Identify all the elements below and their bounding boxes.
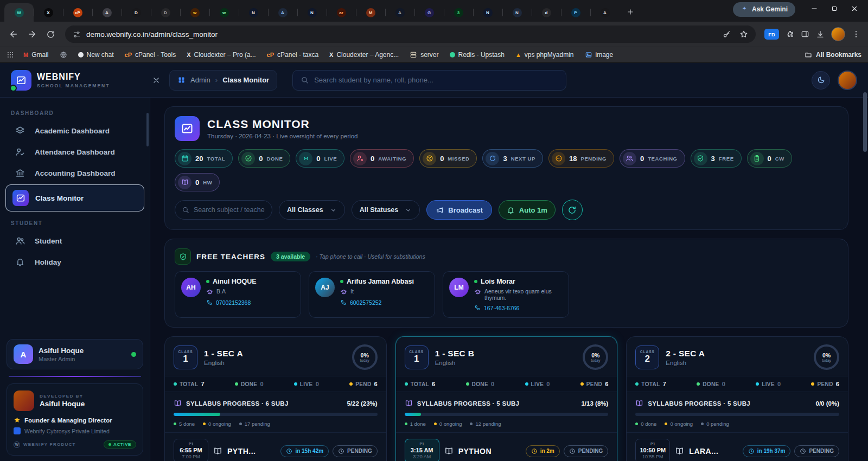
class-card[interactable]: CLASS22 - SEC AEnglish0%todayTOTAL7DONE0… [626,336,848,461]
bookmark-item[interactable] [55,49,72,60]
stat-pill-cw[interactable]: 0CW [747,149,792,168]
browser-tab[interactable]: cP [63,3,92,22]
bookmark-item[interactable]: MGmail [18,49,54,60]
syllabus-progress-bar [635,413,839,416]
period-row[interactable]: P110:50 PM10:55 PMLARA...in 19h 37mPENDI… [627,432,848,461]
stat-pill-done[interactable]: 0DONE [238,149,290,168]
teacher-phone-link[interactable]: 167-463-6766 [474,305,563,311]
bookmark-star-icon[interactable] [739,30,748,39]
period-row[interactable]: P13:15 AM3:20 AMPYTHONin 2mPENDING [396,432,617,461]
extensions-puzzle-icon[interactable] [786,30,794,39]
site-settings-icon[interactable] [73,30,81,39]
sidebar-item-academic-dashboard[interactable]: Academic Dashboard [5,121,144,140]
subject-book-icon [444,446,454,456]
broadcast-button[interactable]: Broadcast [426,200,492,220]
browser-tab[interactable]: N [297,3,327,22]
sidebar-item-attendance-dashboard[interactable]: Attendance Dashboard [5,142,144,162]
next-icon [486,152,499,165]
browser-tab[interactable]: D [122,3,151,22]
brand[interactable]: WEBNIFY SCHOOL MANAGEMENT [11,70,143,91]
browser-profile-avatar[interactable] [831,27,845,41]
favicon-dot [78,52,84,57]
stat-pill-next-up[interactable]: 3NEXT UP [482,149,543,168]
bookmark-item[interactable]: ▲vps phpMyadmin [510,49,579,60]
user-avatar[interactable] [838,71,857,90]
maximize-button[interactable] [831,5,838,12]
new-tab-button[interactable] [623,4,638,20]
extension-fd-badge[interactable]: FD [764,29,779,40]
browser-tab[interactable]: G [414,3,444,22]
teacher-phone-link[interactable]: 07002152368 [206,299,257,306]
class-card[interactable]: CLASS11 - SEC BEnglish0%todayTOTAL6DONE0… [395,336,618,461]
class-card[interactable]: CLASS11 - SEC AEnglish0%todayTOTAL7DONE0… [164,336,387,461]
browser-tab[interactable]: N [239,3,268,22]
browser-tab[interactable]: w [209,3,239,22]
stat-pill-missed[interactable]: 0MISSED [419,149,477,168]
ask-gemini-button[interactable]: Ask Gemini [733,2,795,17]
theme-toggle-button[interactable] [812,71,830,89]
browser-tab[interactable]: A [385,3,414,22]
bookmark-item[interactable]: cPcPanel - Tools [120,49,181,60]
downloads-icon[interactable] [816,30,825,39]
close-window-button[interactable] [851,5,858,12]
student-search-input[interactable] [314,76,558,84]
class-filter-select[interactable]: All Classes [279,200,345,220]
stat-pill-awaiting[interactable]: 0AWAITING [350,149,414,168]
bookmark-item[interactable]: XCloudexter – Agenc... [324,49,404,60]
bookmark-item[interactable]: New chat [73,49,119,60]
bookmark-item[interactable]: cPcPanel - taxca [262,49,324,60]
bookmark-item[interactable]: Redis - Upstash [445,49,509,60]
sidebar-toggle-close-icon[interactable] [152,76,161,85]
browser-tab[interactable]: X [34,3,63,22]
browser-tab[interactable]: ar [327,3,356,22]
sidebar-item-class-monitor[interactable]: Class Monitor [5,184,144,212]
class-stat-live: LIVE0 [756,381,781,387]
stat-pill-live[interactable]: 0LIVE [296,149,344,168]
bookmark-item[interactable]: XCloudexter – Pro (a... [182,49,260,60]
page-scrollbar[interactable] [863,92,867,152]
stat-pill-pending[interactable]: 18PENDING [548,149,614,168]
menu-kebab-icon[interactable] [852,30,860,39]
sidebar-item-accounting-dashboard[interactable]: Accounting Dashboard [5,163,144,183]
address-bar[interactable]: demo.webnify.co.in/admin/class_monitor [65,25,756,43]
browser-tab[interactable]: w [180,3,209,22]
all-bookmarks-button[interactable]: All Bookmarks [805,51,861,59]
bookmark-item[interactable]: image [580,49,618,60]
status-filter-select[interactable]: All Statuses [352,200,420,220]
sidebar: DASHBOARDAcademic DashboardAttendance Da… [0,98,150,461]
stat-pill-teaching[interactable]: 0TEACHING [620,149,685,168]
auto-refresh-button[interactable]: Auto 1m [499,200,556,220]
browser-tab[interactable]: A [92,3,122,22]
stat-pill-total[interactable]: 20TOTAL [175,149,233,168]
browser-tab[interactable]: W [4,3,34,22]
browser-tab[interactable]: d [532,3,561,22]
sidebar-user-card[interactable]: A Asiful Hoque Master Admin [7,339,143,369]
sidebar-scrollbar[interactable] [146,113,149,146]
reload-button[interactable] [42,26,59,42]
megaphone-icon [436,206,444,214]
browser-tab[interactable]: P [561,3,590,22]
refresh-button[interactable] [562,200,583,220]
side-panel-icon[interactable] [801,30,809,39]
browser-tab[interactable]: D [151,3,180,22]
stat-pill-hw[interactable]: 0HW [175,173,220,191]
browser-tab[interactable]: N [502,3,532,22]
period-row[interactable]: P16:55 PM7:00 PMPYTH...in 15h 42mPENDING [165,432,386,461]
stat-pill-free[interactable]: 3FREE [691,149,742,168]
breadcrumb-section[interactable]: Admin [190,76,210,84]
browser-tab[interactable]: M [356,3,385,22]
sidebar-item-student[interactable]: Student [5,231,144,251]
browser-tab[interactable]: 3 [444,3,473,22]
bookmark-item[interactable]: server [405,49,443,60]
minimize-button[interactable] [810,5,818,12]
subject-search-input[interactable] [194,206,265,214]
browser-tab[interactable]: N [473,3,502,22]
browser-tab[interactable]: A [590,3,620,22]
teacher-phone-link[interactable]: 6002575252 [340,299,414,306]
password-key-icon[interactable] [723,30,731,39]
apps-grid-icon[interactable] [7,51,14,59]
back-button[interactable] [5,26,22,42]
browser-tab[interactable]: A [268,3,297,22]
forward-button[interactable] [24,26,40,42]
sidebar-item-holiday[interactable]: Holiday [5,252,144,272]
